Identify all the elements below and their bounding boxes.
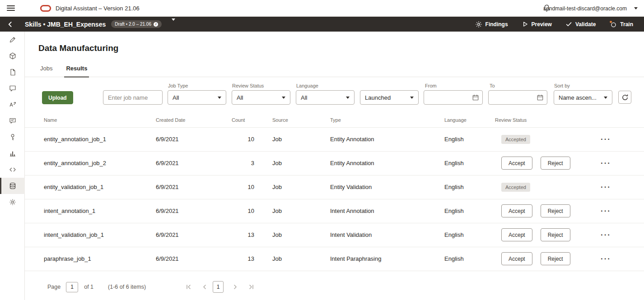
- calendar-icon[interactable]: [470, 94, 482, 101]
- row-menu-button[interactable]: ···: [601, 183, 611, 192]
- count: 10: [232, 127, 272, 151]
- row-actions-cell: ···: [592, 127, 644, 151]
- reject-button[interactable]: Reject: [541, 228, 570, 241]
- next-page-icon[interactable]: [230, 282, 241, 292]
- column-header-type: Type: [330, 113, 444, 127]
- row-menu-button[interactable]: ···: [601, 159, 611, 168]
- pagination: Page of 1 (1-6 of 6 items) 1: [25, 278, 644, 296]
- source: Job: [272, 151, 330, 175]
- user-email[interactable]: sendmail-test-discard@oracle.com: [543, 5, 627, 12]
- sidebar-item-comment[interactable]: [0, 113, 25, 129]
- from-label: From: [425, 83, 437, 88]
- source: Job: [272, 127, 330, 151]
- source: Job: [272, 199, 330, 223]
- sidebar: [0, 32, 25, 300]
- job-name: paraphrase_job_1: [25, 247, 156, 271]
- sidebar-item-key[interactable]: [0, 129, 25, 145]
- app-title: Digital Assistant – Version 21.06: [56, 5, 140, 12]
- main-content: Data Manufacturing Jobs Results Upload J…: [25, 32, 644, 300]
- review-status-cell: AcceptReject: [495, 247, 592, 271]
- sidebar-item-settings[interactable]: [0, 194, 25, 210]
- sidebar-item-database-selected[interactable]: [0, 178, 25, 194]
- sidebar-item-chat[interactable]: [0, 80, 25, 97]
- reject-button[interactable]: Reject: [541, 157, 570, 170]
- accept-button[interactable]: Accept: [501, 252, 532, 265]
- sidebar-item-chart[interactable]: [0, 145, 25, 162]
- sidebar-item-code[interactable]: [0, 162, 25, 178]
- info-icon[interactable]: i: [154, 22, 158, 27]
- accept-button[interactable]: Accept: [501, 228, 532, 241]
- chevron-down-icon: [282, 97, 285, 99]
- sidebar-item-document[interactable]: [0, 64, 25, 80]
- row-menu-button[interactable]: ···: [601, 135, 611, 144]
- row-menu-button[interactable]: ···: [601, 207, 611, 216]
- preview-play-icon: [522, 21, 528, 28]
- sidebar-item-box[interactable]: [0, 48, 25, 64]
- train-status-icon: [609, 20, 617, 28]
- page-number-input[interactable]: [66, 282, 78, 292]
- first-page-icon[interactable]: [183, 282, 194, 292]
- job-type-select[interactable]: All: [168, 90, 226, 105]
- reject-button[interactable]: Reject: [541, 252, 570, 265]
- chevron-down-icon: [218, 97, 221, 99]
- table-header-row: Name Created Date Count Source Type Lang…: [25, 113, 644, 127]
- current-page-indicator[interactable]: 1: [213, 281, 224, 293]
- row-menu-button[interactable]: ···: [601, 254, 611, 263]
- source: Job: [272, 175, 330, 199]
- language: English: [444, 199, 495, 223]
- train-button[interactable]: Train: [609, 20, 633, 28]
- review-status-label: Review Status: [232, 83, 264, 88]
- menu-icon[interactable]: [7, 4, 16, 12]
- column-header-created-date: Created Date: [156, 113, 232, 127]
- to-date-input[interactable]: [489, 94, 535, 101]
- last-page-icon[interactable]: [246, 282, 257, 292]
- from-date-input[interactable]: [424, 94, 470, 101]
- review-status-cell: Accepted: [495, 175, 592, 199]
- brand: Digital Assistant – Version 21.06: [40, 0, 140, 17]
- reject-button[interactable]: Reject: [541, 204, 570, 217]
- table-row: intent_annotation_16/9/202110JobIntent A…: [25, 199, 644, 223]
- job-type-value: All: [173, 94, 215, 101]
- appbar-actions: Findings Preview Validate Train: [475, 20, 644, 28]
- pen-icon: [9, 36, 17, 44]
- version-chevron-down-icon[interactable]: [172, 21, 175, 28]
- sidebar-item-translate[interactable]: [0, 97, 25, 113]
- jobs-table: Name Created Date Count Source Type Lang…: [25, 113, 644, 271]
- language-select[interactable]: All: [296, 90, 355, 105]
- translate-icon: [9, 101, 17, 109]
- upload-button[interactable]: Upload: [42, 91, 73, 104]
- launched-value: Launched: [365, 94, 407, 101]
- findings-button[interactable]: Findings: [475, 21, 508, 28]
- from-date-field[interactable]: [424, 90, 483, 105]
- jobs-table-body: entity_annotation_job_16/9/202110JobEnti…: [25, 127, 644, 271]
- sidebar-item-pen[interactable]: [0, 32, 25, 48]
- findings-label: Findings: [485, 21, 508, 28]
- to-date-field[interactable]: [488, 90, 547, 105]
- accept-button[interactable]: Accept: [501, 204, 532, 217]
- job-name-input[interactable]: [103, 90, 163, 105]
- refresh-button[interactable]: [618, 91, 631, 104]
- row-menu-button[interactable]: ···: [601, 231, 611, 240]
- created-date: 6/9/2021: [156, 175, 232, 199]
- review-status-select[interactable]: All: [232, 90, 290, 105]
- created-date: 6/9/2021: [156, 199, 232, 223]
- back-chevron-icon[interactable]: [7, 21, 13, 28]
- tab-jobs[interactable]: Jobs: [38, 62, 54, 78]
- accept-button[interactable]: Accept: [501, 157, 532, 170]
- bell-icon[interactable]: [542, 4, 551, 12]
- job-type: Entity Annotation: [330, 127, 444, 151]
- validate-button[interactable]: Validate: [565, 21, 596, 28]
- sort-by-label: Sort by: [554, 83, 570, 88]
- review-status-cell: AcceptReject: [495, 151, 592, 175]
- created-date: 6/9/2021: [156, 151, 232, 175]
- launched-select[interactable]: Launched: [360, 90, 419, 105]
- tab-results[interactable]: Results: [64, 62, 89, 78]
- row-actions-cell: ···: [592, 199, 644, 223]
- calendar-icon[interactable]: [535, 94, 547, 101]
- row-actions-cell: ···: [592, 247, 644, 271]
- column-header-name: Name: [25, 113, 156, 127]
- chevron-down-icon[interactable]: [634, 7, 638, 9]
- prev-page-icon[interactable]: [199, 282, 210, 292]
- sort-by-select[interactable]: Name ascen...: [554, 90, 612, 105]
- preview-button[interactable]: Preview: [522, 21, 552, 28]
